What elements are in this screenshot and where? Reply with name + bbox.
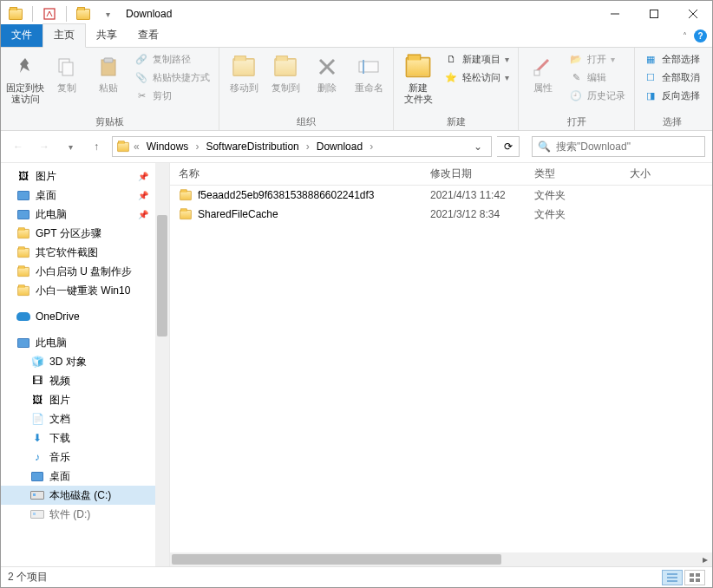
tree-music[interactable]: ♪音乐 <box>1 448 169 467</box>
address-dropdown[interactable]: ⌄ <box>468 140 487 153</box>
collapse-ribbon-icon[interactable]: ˄ <box>683 31 687 41</box>
tab-view[interactable]: 查看 <box>128 24 169 47</box>
tree-downloads[interactable]: ⬇下载 <box>1 428 169 448</box>
col-date[interactable]: 修改日期 <box>422 167 526 181</box>
easy-access-button[interactable]: ⭐轻松访问▾ <box>441 69 513 85</box>
pin-quickaccess-button[interactable]: 固定到快 速访问 <box>6 49 44 105</box>
pictures-icon: 🖼 <box>16 169 30 183</box>
copy-button[interactable]: 复制 <box>48 49 86 94</box>
qat-folder[interactable] <box>74 4 93 23</box>
paste-shortcut-button[interactable]: 📎粘贴快捷方式 <box>131 69 213 85</box>
rename-button[interactable]: 重命名 <box>350 49 388 94</box>
qat-dropdown[interactable]: ▾ <box>98 4 117 23</box>
up-button[interactable]: ↑ <box>86 136 107 157</box>
new-item-icon: 🗋 <box>444 52 458 66</box>
refresh-button[interactable]: ⟳ <box>497 136 520 157</box>
edit-button[interactable]: ✎编辑 <box>566 69 629 85</box>
tree-3dobjects[interactable]: 🧊3D 对象 <box>1 352 169 371</box>
paste-button[interactable]: 粘贴 <box>89 49 128 94</box>
details-view-button[interactable] <box>662 570 683 585</box>
copy-icon <box>53 53 81 81</box>
folder-icon <box>180 190 192 199</box>
item-count: 2 个项目 <box>8 570 48 585</box>
breadcrumb-swdist[interactable]: SoftwareDistribution <box>202 140 302 153</box>
tree-scrollbar[interactable] <box>155 163 169 566</box>
chevron-right-icon[interactable]: › <box>193 140 200 153</box>
folder-icon <box>17 285 29 295</box>
chevron-right-icon[interactable]: › <box>368 140 375 153</box>
tree-videos[interactable]: 🎞视频 <box>1 371 169 390</box>
svg-rect-18 <box>696 573 700 577</box>
tab-home[interactable]: 主页 <box>43 23 86 48</box>
new-folder-button[interactable]: 新建 文件夹 <box>399 49 437 105</box>
search-box[interactable]: 🔍 搜索"Download" <box>532 136 705 157</box>
recent-locations-button[interactable]: ▾ <box>60 136 81 157</box>
copyto-icon <box>271 53 299 81</box>
status-bar: 2 个项目 <box>1 566 712 587</box>
tree-thispc2[interactable]: 此电脑 <box>1 333 169 352</box>
qat-properties[interactable] <box>40 4 59 23</box>
breadcrumb-download[interactable]: Download <box>313 140 366 153</box>
video-icon: 🎞 <box>30 374 44 388</box>
svg-rect-0 <box>44 9 55 19</box>
address-bar[interactable]: « Windows › SoftwareDistribution › Downl… <box>112 136 492 157</box>
help-icon[interactable]: ? <box>694 29 707 42</box>
tab-share[interactable]: 共享 <box>86 24 128 47</box>
maximize-button[interactable] <box>634 1 673 26</box>
tree-thispc[interactable]: 此电脑📌 <box>1 205 169 224</box>
back-button[interactable]: ← <box>8 136 29 157</box>
breadcrumb-prefix: « <box>132 140 141 153</box>
tree-pictures2[interactable]: 🖼图片 <box>1 390 169 409</box>
tree-onedrive[interactable]: OneDrive <box>1 307 169 326</box>
col-size[interactable]: 大小 <box>621 167 682 181</box>
copy-to-button[interactable]: 复制到 <box>266 49 304 94</box>
history-button[interactable]: 🕘历史记录 <box>566 88 629 103</box>
tree-desktop2[interactable]: 桌面 <box>1 467 169 486</box>
tree-disk-d[interactable]: 软件 (D:) <box>1 505 169 524</box>
ribbon: 固定到快 速访问 复制 粘贴 🔗复制路径 📎粘贴快捷方式 ✂剪切 剪贴板 移动到… <box>1 48 712 131</box>
tree-pictures[interactable]: 🖼图片📌 <box>1 167 169 186</box>
col-name[interactable]: 名称 <box>170 167 422 181</box>
group-new-label: 新建 <box>399 114 513 130</box>
file-row[interactable]: SharedFileCache 2021/3/12 8:34 文件夹 <box>170 205 712 224</box>
tree-screenshots[interactable]: 其它软件截图 <box>1 243 169 262</box>
file-row[interactable]: f5eaadd25eb9f6381538886602241df3 2021/4/… <box>170 186 712 205</box>
tree-desktop[interactable]: 桌面📌 <box>1 186 169 205</box>
tree-documents[interactable]: 📄文档 <box>1 409 169 428</box>
forward-button[interactable]: → <box>34 136 55 157</box>
close-button[interactable] <box>673 1 712 26</box>
invert-selection-button[interactable]: ◨反向选择 <box>640 88 703 103</box>
properties-button[interactable]: 属性 <box>524 49 562 94</box>
col-type[interactable]: 类型 <box>526 167 621 181</box>
folder-icon <box>17 266 29 276</box>
nav-tree[interactable]: 🖼图片📌 桌面📌 此电脑📌 GPT 分区步骤 其它软件截图 小白启动 U 盘制作… <box>1 163 170 566</box>
scissors-icon: ✂ <box>134 88 148 102</box>
drive-icon <box>30 491 44 500</box>
tree-usb[interactable]: 小白启动 U 盘制作步 <box>1 262 169 281</box>
chevron-right-icon[interactable]: › <box>304 140 311 153</box>
breadcrumb-windows[interactable]: Windows <box>143 140 193 153</box>
select-none-button[interactable]: ☐全部取消 <box>640 69 703 85</box>
pin-icon: 📌 <box>138 191 148 200</box>
search-placeholder: 搜索"Download" <box>556 140 631 154</box>
tree-gpt[interactable]: GPT 分区步骤 <box>1 224 169 243</box>
new-item-button[interactable]: 🗋新建项目▾ <box>441 51 513 67</box>
documents-icon: 📄 <box>30 412 44 426</box>
search-icon: 🔍 <box>538 140 551 153</box>
group-open-label: 打开 <box>524 114 629 130</box>
cut-button[interactable]: ✂剪切 <box>131 88 213 103</box>
tree-reinstall[interactable]: 小白一键重装 Win10 <box>1 281 169 300</box>
delete-button[interactable]: 删除 <box>308 49 346 94</box>
horizontal-scrollbar[interactable]: ◂ ▸ <box>170 552 712 566</box>
properties-icon <box>529 53 557 81</box>
thumbnails-view-button[interactable] <box>684 570 705 585</box>
app-icon <box>6 4 25 23</box>
minimize-button[interactable] <box>595 1 634 26</box>
move-to-button[interactable]: 移动到 <box>225 49 263 94</box>
copy-path-button[interactable]: 🔗复制路径 <box>131 51 213 67</box>
svg-rect-19 <box>690 578 694 582</box>
select-all-button[interactable]: ▦全部选择 <box>640 51 703 67</box>
open-button[interactable]: 📂打开▾ <box>566 51 629 67</box>
tab-file[interactable]: 文件 <box>1 24 43 47</box>
tree-disk-c[interactable]: 本地磁盘 (C:) <box>1 486 169 505</box>
